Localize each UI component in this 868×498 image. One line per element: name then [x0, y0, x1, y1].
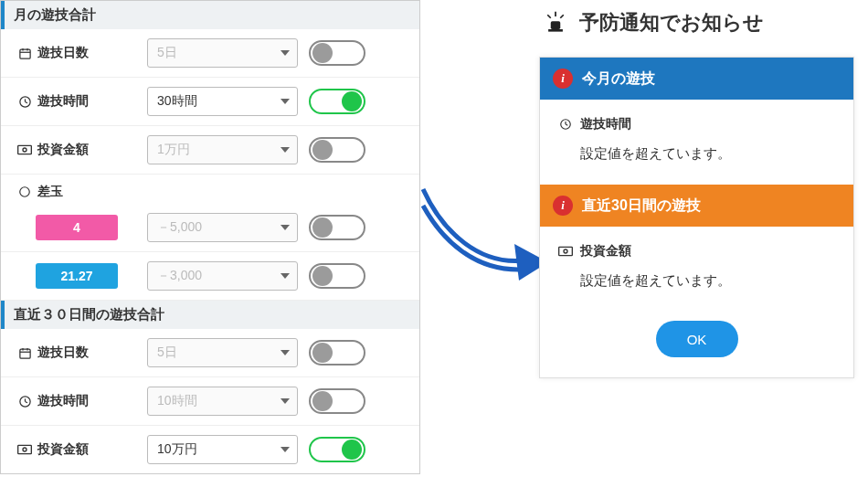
calendar-icon: [17, 345, 32, 360]
toggle2-invest[interactable]: [309, 437, 365, 462]
toggle2-play-days[interactable]: [309, 340, 365, 366]
svg-rect-0: [19, 49, 29, 58]
notice2-label: 投資金額: [558, 243, 835, 260]
select-value: 5日: [157, 45, 177, 61]
label-text: 遊技時間: [37, 93, 89, 110]
svg-line-16: [25, 401, 27, 402]
svg-rect-10: [19, 349, 29, 358]
svg-rect-20: [551, 21, 561, 29]
svg-point-8: [23, 148, 26, 152]
row-invest: 投資金額 1万円: [1, 126, 419, 175]
toggle-chip2[interactable]: [309, 263, 365, 289]
select-value: 1万円: [157, 142, 190, 158]
info-icon: i: [553, 196, 573, 216]
clock-icon: [17, 394, 32, 408]
label-play-time: 遊技時間: [17, 93, 136, 110]
row2-play-time: 遊技時間 10時間: [1, 377, 419, 426]
svg-point-9: [20, 187, 30, 197]
chip-cell: 4: [17, 215, 136, 240]
preview-title: 予防通知でお知らせ: [539, 9, 854, 37]
row2-invest: 投資金額 10万円: [1, 426, 419, 473]
toggle-play-time[interactable]: [309, 89, 365, 114]
select-value: 30時間: [157, 93, 197, 110]
row2-play-days: 遊技日数 5日: [1, 329, 419, 377]
chip-cell: 21.27: [17, 263, 136, 289]
money-icon: [17, 442, 32, 457]
select-value: 10時間: [157, 393, 197, 409]
row-play-days: 遊技日数 5日: [1, 29, 419, 78]
label-play-time: 遊技時間: [17, 393, 136, 409]
chevron-down-icon: [281, 447, 290, 452]
clock-icon: [558, 117, 573, 132]
section-header-recent30: 直近３０日間の遊技合計: [1, 301, 419, 329]
svg-point-18: [23, 448, 26, 451]
chevron-down-icon: [281, 273, 290, 279]
chevron-down-icon: [281, 147, 290, 153]
label-text: 投資金額: [37, 441, 89, 458]
money-icon: [558, 244, 573, 259]
clock-icon: [17, 94, 32, 109]
select-chip1[interactable]: －5,000: [147, 213, 298, 242]
notification-preview: 予防通知でお知らせ i 今月の遊技 遊技時間 設定値を超えています。 i 直近3…: [539, 9, 854, 378]
svg-line-6: [25, 101, 27, 102]
toggle-play-days[interactable]: [309, 40, 365, 66]
chevron-down-icon: [281, 398, 290, 404]
banner-recent30: i 直近30日間の遊技: [540, 185, 853, 227]
select2-play-days[interactable]: 5日: [147, 338, 298, 367]
label-text: 遊技日数: [37, 45, 89, 61]
section-header-monthly: 月の遊技合計: [1, 1, 419, 29]
svg-rect-28: [559, 247, 573, 255]
chevron-down-icon: [281, 50, 290, 56]
chip-blue: 21.27: [36, 263, 118, 289]
money-icon: [17, 143, 32, 157]
select-chip2[interactable]: －3,000: [147, 261, 298, 291]
settings-panel: 月の遊技合計 遊技日数 5日 遊技時間: [0, 0, 420, 474]
calendar-icon: [17, 46, 32, 60]
label-play-days: 遊技日数: [17, 45, 136, 61]
notice2-msg: 設定値を超えています。: [558, 272, 835, 290]
preview-title-text: 予防通知でお知らせ: [579, 9, 764, 37]
label-play-days: 遊技日数: [17, 344, 136, 361]
select2-play-time[interactable]: 10時間: [147, 387, 298, 416]
label-text: 遊技時間: [37, 393, 89, 409]
select-value: －5,000: [157, 219, 202, 236]
notice-block-1: 遊技時間 設定値を超えています。: [540, 100, 853, 185]
ok-button[interactable]: OK: [656, 321, 738, 357]
svg-line-24: [560, 15, 564, 18]
banner-text: 直近30日間の遊技: [582, 196, 701, 216]
banner-month: i 今月の遊技: [540, 58, 853, 100]
row-balls: 差玉: [1, 175, 419, 204]
row-chip1: 4 －5,000: [1, 204, 419, 252]
siren-icon: [543, 10, 568, 36]
svg-rect-7: [18, 145, 32, 154]
select-value: 10万円: [157, 441, 197, 458]
label-balls: 差玉: [17, 184, 136, 200]
toggle-invest[interactable]: [309, 137, 365, 163]
label-invest: 投資金額: [17, 142, 136, 158]
svg-line-23: [547, 15, 551, 18]
svg-point-29: [564, 249, 567, 253]
label-text: 投資金額: [37, 142, 89, 158]
select-play-time[interactable]: 30時間: [147, 87, 298, 116]
select2-invest[interactable]: 10万円: [147, 435, 298, 464]
chevron-down-icon: [281, 99, 290, 104]
toggle-chip1[interactable]: [309, 215, 365, 240]
select-invest[interactable]: 1万円: [147, 135, 298, 164]
toggle2-play-time[interactable]: [309, 388, 365, 414]
svg-line-27: [566, 124, 567, 125]
label-text: 差玉: [37, 184, 63, 200]
row-play-time: 遊技時間 30時間: [1, 78, 419, 126]
label-text: 遊技日数: [37, 344, 89, 361]
chip-pink: 4: [36, 215, 118, 240]
notice1-label: 遊技時間: [558, 116, 835, 132]
row-chip2: 21.27 －3,000: [1, 252, 419, 301]
select-play-days[interactable]: 5日: [147, 38, 298, 68]
select-value: －3,000: [157, 268, 202, 284]
ok-button-wrap: OK: [540, 312, 853, 377]
label-invest: 投資金額: [17, 441, 136, 458]
chevron-down-icon: [281, 225, 290, 230]
notice1-msg: 設定値を超えています。: [558, 145, 835, 163]
chevron-down-icon: [281, 350, 290, 355]
notification-card: i 今月の遊技 遊技時間 設定値を超えています。 i 直近30日間の遊技 投資金…: [539, 57, 854, 378]
circle-icon: [17, 185, 32, 199]
